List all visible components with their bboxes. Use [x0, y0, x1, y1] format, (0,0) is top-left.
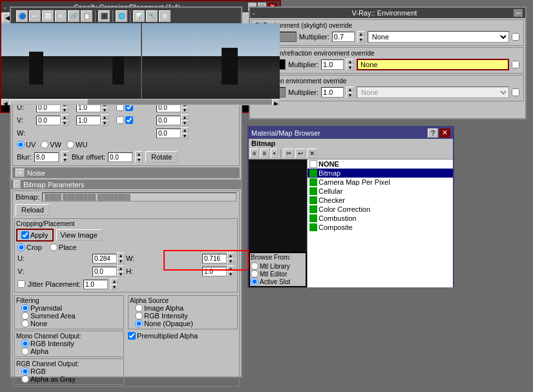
- vray-minimize-btn[interactable]: ─: [514, 9, 523, 17]
- jitter-input[interactable]: [83, 280, 108, 289]
- tool-btn-1[interactable]: 🔵: [16, 10, 28, 22]
- matmap-tool3[interactable]: ✕: [307, 149, 317, 158]
- active-slot-label[interactable]: Active Slot: [251, 278, 305, 285]
- refl-none-checkbox[interactable]: [512, 61, 519, 68]
- refl-mult-up[interactable]: ▲: [346, 59, 354, 65]
- refr-none-checkbox[interactable]: [512, 88, 519, 96]
- v-angle-down[interactable]: ▼: [181, 120, 189, 126]
- matmap-cellular-item[interactable]: Cellular: [308, 187, 453, 196]
- view-image-button[interactable]: View Image: [56, 229, 102, 241]
- image-alpha-label[interactable]: Image Alpha: [135, 304, 236, 312]
- vray-title-minus[interactable]: -: [253, 9, 255, 17]
- v-tiling-spinner[interactable]: ▲▼: [76, 114, 115, 126]
- matmap-help-btn[interactable]: ?: [428, 129, 438, 138]
- alpha-mono-radio[interactable]: [21, 347, 29, 355]
- v-tiling-down[interactable]: ▼: [101, 120, 109, 126]
- place-radio[interactable]: [50, 243, 57, 251]
- v-tiling-input[interactable]: [76, 116, 101, 125]
- uv-radio[interactable]: [17, 141, 25, 149]
- blur-offset-input[interactable]: [108, 152, 132, 162]
- tool-btn-11[interactable]: ⚙: [159, 10, 171, 22]
- u-offset-down[interactable]: ▼: [61, 107, 68, 113]
- alpha-radio-label[interactable]: Alpha: [21, 347, 122, 355]
- wu-radio[interactable]: [67, 141, 74, 149]
- matmap-list-btn[interactable]: ≡: [250, 149, 259, 158]
- alpha-as-gray-label[interactable]: Alpha as Gray: [21, 375, 122, 383]
- crop-v-input[interactable]: [92, 267, 117, 276]
- uv-radio-label[interactable]: UV: [17, 141, 36, 149]
- gi-none-checkbox[interactable]: [512, 33, 519, 41]
- crop-w-spinner[interactable]: ▲▼: [202, 253, 235, 264]
- mtl-editor-radio[interactable]: [251, 270, 258, 278]
- v-angle-up[interactable]: ▲: [181, 114, 189, 120]
- refr-multiplier-input[interactable]: [321, 87, 344, 98]
- matmap-close-btn[interactable]: ✕: [439, 129, 450, 138]
- mtl-library-radio[interactable]: [251, 262, 258, 270]
- u-tiling-down[interactable]: ▼: [101, 107, 109, 113]
- matmap-tool1[interactable]: ✂: [284, 149, 294, 158]
- none-opaque-label[interactable]: None (Opaque): [135, 320, 236, 327]
- refl-mult-down[interactable]: ▼: [346, 65, 354, 70]
- v-angle-input[interactable]: [156, 116, 181, 125]
- bitmap-params-collapse[interactable]: -: [14, 180, 21, 189]
- matmap-camera-item[interactable]: Camera Map Per Pixel: [308, 178, 453, 187]
- v-offset-input[interactable]: [36, 116, 61, 125]
- crop-u-spinner[interactable]: ▲▼: [92, 253, 125, 264]
- tool-btn-9[interactable]: 📊: [133, 10, 145, 22]
- none-filter-radio[interactable]: [21, 320, 29, 327]
- wu-radio-label[interactable]: WU: [67, 141, 87, 149]
- gi-none-select[interactable]: None: [368, 31, 509, 43]
- crop-u-input[interactable]: [92, 254, 117, 263]
- matmap-combustion-item[interactable]: Combustion: [308, 214, 453, 223]
- v-tile-checkbox[interactable]: [125, 116, 133, 124]
- v-tiling-up[interactable]: ▲: [101, 114, 109, 120]
- scroll-right-btn[interactable]: ►: [272, 99, 280, 105]
- premult-checkbox[interactable]: [128, 332, 136, 340]
- blur-input[interactable]: [34, 152, 59, 162]
- rgb-intensity-radio-label[interactable]: RGB Intensity: [21, 340, 122, 347]
- crop-h-input[interactable]: [202, 267, 227, 276]
- blur-offset-up[interactable]: ▲: [135, 151, 143, 157]
- refr-mult-up[interactable]: ▲: [346, 87, 354, 92]
- rgb-intensity-alpha-radio[interactable]: [135, 312, 143, 320]
- rgb-intensity-radio[interactable]: [21, 340, 29, 347]
- scrollbar-thumb[interactable]: [9, 99, 88, 105]
- image-alpha-radio[interactable]: [135, 304, 143, 312]
- w-angle-input[interactable]: [156, 129, 181, 138]
- pyramidal-radio[interactable]: [21, 304, 29, 312]
- refr-mult-down[interactable]: ▼: [346, 92, 354, 98]
- tool-btn-3[interactable]: ⬜: [42, 10, 54, 22]
- w-angle-spinner[interactable]: ▲▼: [156, 127, 208, 139]
- summed-radio[interactable]: [21, 312, 29, 320]
- matmap-composite-item[interactable]: Composite: [308, 223, 453, 232]
- matmap-colorcorrection-item[interactable]: Color Correction: [308, 205, 453, 214]
- matmap-none-item[interactable]: NONE: [308, 160, 453, 169]
- crop-radio-label[interactable]: Crop: [17, 243, 42, 251]
- crop-panel-minus[interactable]: -: [4, 3, 6, 11]
- v-angle-spinner[interactable]: ▲▼: [156, 114, 208, 126]
- tool-btn-2[interactable]: ↩: [29, 10, 41, 22]
- w-angle-down[interactable]: ▼: [181, 133, 189, 139]
- alpha-gray-radio[interactable]: [21, 375, 29, 383]
- noise-expand-btn[interactable]: +: [16, 169, 25, 177]
- rotate-button[interactable]: Rotate: [145, 151, 178, 163]
- blur-offset-down[interactable]: ▼: [135, 157, 143, 163]
- mtl-editor-label[interactable]: Mtl Editor: [251, 270, 305, 278]
- none-filter-radio-label[interactable]: None: [21, 320, 122, 327]
- v-mirror-checkbox[interactable]: [116, 116, 124, 124]
- gi-mult-down[interactable]: ▼: [357, 37, 365, 43]
- active-slot-radio[interactable]: [251, 278, 258, 285]
- mtl-library-label[interactable]: Mtl Library: [251, 262, 305, 270]
- tool-btn-6[interactable]: 📋: [81, 10, 92, 22]
- rgb-intensity-alpha-label[interactable]: RGB Intensity: [135, 312, 236, 320]
- crop-h-spinner[interactable]: ▲▼: [202, 265, 235, 277]
- gi-mult-up[interactable]: ▲: [357, 31, 365, 37]
- crop-v-spinner[interactable]: ▲▼: [92, 265, 125, 277]
- blur-up[interactable]: ▲: [61, 151, 69, 157]
- rgb-radio[interactable]: [21, 367, 29, 375]
- matmap-dot-btn[interactable]: •: [271, 149, 278, 158]
- tool-btn-5[interactable]: 🔗: [68, 10, 79, 22]
- bitmap-file-display[interactable]: ████ ████████ ████████: [42, 192, 236, 201]
- summed-radio-label[interactable]: Summed Area: [21, 312, 122, 320]
- scrollbar-track[interactable]: [9, 99, 272, 105]
